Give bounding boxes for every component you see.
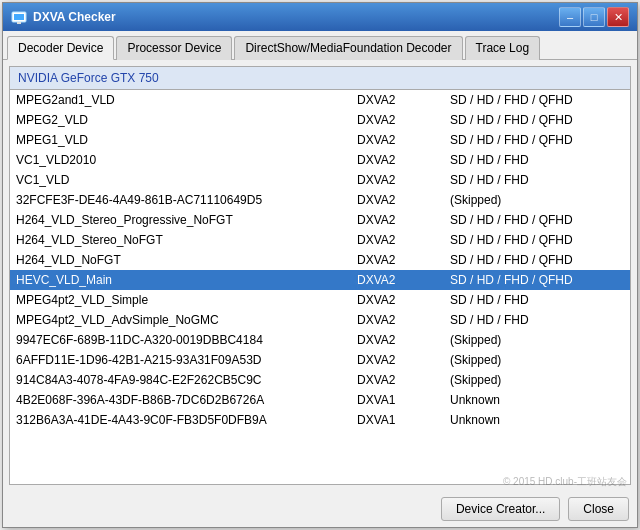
decoder-name: HEVC_VLD_Main (10, 270, 351, 290)
decoder-api: DXVA2 (351, 350, 444, 370)
table-row[interactable]: HEVC_VLD_MainDXVA2SD / HD / FHD / QFHD (10, 270, 630, 290)
decoder-api: DXVA2 (351, 170, 444, 190)
table-row[interactable]: H264_VLD_NoFGTDXVA2SD / HD / FHD / QFHD (10, 250, 630, 270)
decoder-resolution: SD / HD / FHD / QFHD (444, 230, 630, 250)
decoder-resolution: SD / HD / FHD / QFHD (444, 270, 630, 290)
table-row[interactable]: VC1_VLDDXVA2SD / HD / FHD (10, 170, 630, 190)
table-row[interactable]: 6AFFD11E-1D96-42B1-A215-93A31F09A53DDXVA… (10, 350, 630, 370)
decoder-api: DXVA2 (351, 190, 444, 210)
decoder-name: 9947EC6F-689B-11DC-A320-0019DBBC4184 (10, 330, 351, 350)
tab-directshow[interactable]: DirectShow/MediaFoundation Decoder (234, 36, 462, 60)
decoder-resolution: SD / HD / FHD (444, 310, 630, 330)
decoder-name: 312B6A3A-41DE-4A43-9C0F-FB3D5F0DFB9A (10, 410, 351, 430)
decoder-name: MPEG4pt2_VLD_AdvSimple_NoGMC (10, 310, 351, 330)
decoder-name: 32FCFE3F-DE46-4A49-861B-AC71110649D5 (10, 190, 351, 210)
bottom-bar: © 2015 HD.club-工班站友会 Device Creator... C… (3, 491, 637, 527)
decoder-name: 914C84A3-4078-4FA9-984C-E2F262CB5C9C (10, 370, 351, 390)
decoder-api: DXVA2 (351, 110, 444, 130)
decoder-name: MPEG2and1_VLD (10, 90, 351, 110)
decoder-resolution: (Skipped) (444, 190, 630, 210)
decoder-name: VC1_VLD (10, 170, 351, 190)
decoder-table: MPEG2and1_VLDDXVA2SD / HD / FHD / QFHDMP… (10, 90, 630, 430)
title-bar: DXVA Checker – □ ✕ (3, 3, 637, 31)
decoder-api: DXVA2 (351, 250, 444, 270)
window-controls: – □ ✕ (559, 7, 629, 27)
decoder-api: DXVA2 (351, 230, 444, 250)
decoder-name: H264_VLD_Stereo_NoFGT (10, 230, 351, 250)
decoder-resolution: (Skipped) (444, 370, 630, 390)
decoder-resolution: SD / HD / FHD (444, 150, 630, 170)
decoder-api: DXVA2 (351, 90, 444, 110)
decoder-name: 6AFFD11E-1D96-42B1-A215-93A31F09A53D (10, 350, 351, 370)
maximize-button[interactable]: □ (583, 7, 605, 27)
decoder-name: MPEG4pt2_VLD_Simple (10, 290, 351, 310)
decoder-resolution: SD / HD / FHD / QFHD (444, 90, 630, 110)
decoder-name: H264_VLD_NoFGT (10, 250, 351, 270)
panel-header: NVIDIA GeForce GTX 750 (10, 67, 630, 90)
decoder-api: DXVA2 (351, 210, 444, 230)
table-row[interactable]: MPEG4pt2_VLD_AdvSimple_NoGMCDXVA2SD / HD… (10, 310, 630, 330)
table-row[interactable]: 4B2E068F-396A-43DF-B86B-7DC6D2B6726ADXVA… (10, 390, 630, 410)
tab-tracelog[interactable]: Trace Log (465, 36, 541, 60)
main-window: DXVA Checker – □ ✕ Decoder Device Proces… (2, 2, 638, 528)
decoder-api: DXVA2 (351, 150, 444, 170)
decoder-name: 4B2E068F-396A-43DF-B86B-7DC6D2B6726A (10, 390, 351, 410)
decoder-api: DXVA1 (351, 410, 444, 430)
decoder-panel: NVIDIA GeForce GTX 750 MPEG2and1_VLDDXVA… (9, 66, 631, 485)
svg-rect-1 (14, 14, 24, 20)
decoder-api: DXVA2 (351, 370, 444, 390)
minimize-button[interactable]: – (559, 7, 581, 27)
svg-rect-2 (17, 22, 21, 24)
close-window-button[interactable]: ✕ (607, 7, 629, 27)
decoder-api: DXVA2 (351, 310, 444, 330)
decoder-resolution: SD / HD / FHD / QFHD (444, 110, 630, 130)
decoder-resolution: SD / HD / FHD (444, 290, 630, 310)
decoder-resolution: (Skipped) (444, 330, 630, 350)
decoder-table-container[interactable]: MPEG2and1_VLDDXVA2SD / HD / FHD / QFHDMP… (10, 90, 630, 484)
decoder-resolution: SD / HD / FHD (444, 170, 630, 190)
decoder-api: DXVA2 (351, 130, 444, 150)
table-row[interactable]: 32FCFE3F-DE46-4A49-861B-AC71110649D5DXVA… (10, 190, 630, 210)
content-area: NVIDIA GeForce GTX 750 MPEG2and1_VLDDXVA… (3, 60, 637, 491)
decoder-api: DXVA2 (351, 270, 444, 290)
table-row[interactable]: MPEG2_VLDDXVA2SD / HD / FHD / QFHD (10, 110, 630, 130)
tab-bar: Decoder Device Processor Device DirectSh… (3, 31, 637, 60)
table-row[interactable]: 914C84A3-4078-4FA9-984C-E2F262CB5C9CDXVA… (10, 370, 630, 390)
table-row[interactable]: H264_VLD_Stereo_Progressive_NoFGTDXVA2SD… (10, 210, 630, 230)
window-title: DXVA Checker (33, 10, 559, 24)
table-row[interactable]: MPEG2and1_VLDDXVA2SD / HD / FHD / QFHD (10, 90, 630, 110)
decoder-resolution: (Skipped) (444, 350, 630, 370)
table-row[interactable]: VC1_VLD2010DXVA2SD / HD / FHD (10, 150, 630, 170)
decoder-api: DXVA1 (351, 390, 444, 410)
decoder-resolution: SD / HD / FHD / QFHD (444, 250, 630, 270)
decoder-name: H264_VLD_Stereo_Progressive_NoFGT (10, 210, 351, 230)
table-row[interactable]: MPEG1_VLDDXVA2SD / HD / FHD / QFHD (10, 130, 630, 150)
table-row[interactable]: 312B6A3A-41DE-4A43-9C0F-FB3D5F0DFB9ADXVA… (10, 410, 630, 430)
tab-processor[interactable]: Processor Device (116, 36, 232, 60)
close-button[interactable]: Close (568, 497, 629, 521)
tab-decoder[interactable]: Decoder Device (7, 36, 114, 60)
decoder-name: MPEG1_VLD (10, 130, 351, 150)
decoder-api: DXVA2 (351, 330, 444, 350)
table-row[interactable]: MPEG4pt2_VLD_SimpleDXVA2SD / HD / FHD (10, 290, 630, 310)
decoder-resolution: Unknown (444, 410, 630, 430)
device-creator-button[interactable]: Device Creator... (441, 497, 560, 521)
decoder-api: DXVA2 (351, 290, 444, 310)
decoder-resolution: SD / HD / FHD / QFHD (444, 130, 630, 150)
decoder-resolution: SD / HD / FHD / QFHD (444, 210, 630, 230)
decoder-name: MPEG2_VLD (10, 110, 351, 130)
table-row[interactable]: 9947EC6F-689B-11DC-A320-0019DBBC4184DXVA… (10, 330, 630, 350)
decoder-resolution: Unknown (444, 390, 630, 410)
table-row[interactable]: H264_VLD_Stereo_NoFGTDXVA2SD / HD / FHD … (10, 230, 630, 250)
app-icon (11, 9, 27, 25)
decoder-name: VC1_VLD2010 (10, 150, 351, 170)
